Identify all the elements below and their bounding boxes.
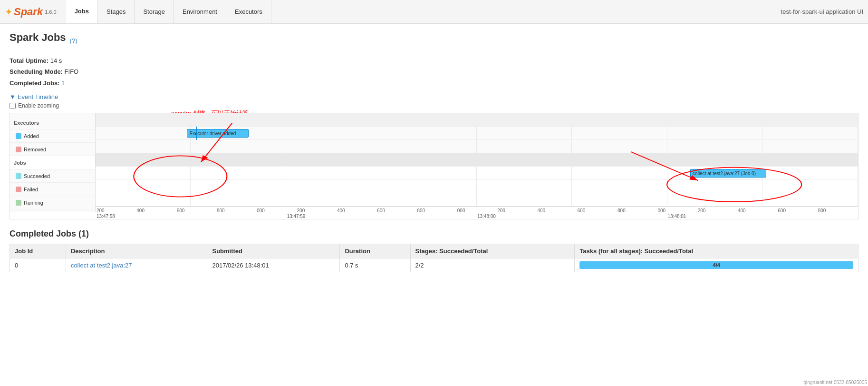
description-cell: collect at test2.java:27 [66,258,207,272]
tab-executors[interactable]: Executors [226,0,271,23]
submitted-cell: 2017/02/26 13:48:01 [207,258,340,272]
tasks-progress-bar: 4/4 [579,261,853,269]
col-description: Description [66,244,207,258]
tick-200c: 200 [497,208,537,213]
main-content: Spark Jobs (?) Total Uptime: 14 s Schedu… [0,24,868,280]
app-title: test-for-spark-ui application UI [781,8,863,15]
nav-tabs: Jobs Stages Storage Environment Executor… [66,0,271,23]
jobs-table: Job Id Description Submitted Duration St… [10,244,858,272]
completed-jobs-section: Completed Jobs (1) Job Id Description Su… [10,229,858,272]
time-label-3: 13:48:01 [668,214,858,219]
timeline-label: Event Timeline [18,93,58,100]
chart-row-added: Executor driver added [96,127,858,140]
logo-area: ✦ Spark 1.6.0 [5,6,57,18]
job-description-link[interactable]: collect at test2.java:27 [71,262,132,269]
timeline-labels: Executors Added Removed Jobs Succeeded [10,113,96,212]
added-label: Added [24,133,39,139]
spark-version: 1.6.0 [45,9,56,15]
tick-400: 400 [136,208,176,213]
added-legend: Added [10,129,95,143]
chart-row-exec-header [96,113,858,127]
spark-flame-icon: ✦ [5,6,13,18]
zoom-label: Enable zooming [18,102,59,109]
col-duration: Duration [340,244,410,258]
col-submitted: Submitted [207,244,340,258]
failed-label: Failed [24,187,38,192]
scheduling-mode-value: FIFO [65,68,79,75]
help-link[interactable]: (?) [70,37,77,44]
completed-jobs-row: Completed Jobs: 1 [10,78,858,89]
time-label-1: 13:47:59 [287,214,478,219]
info-section: Total Uptime: 14 s Scheduling Mode: FIFO… [10,55,858,89]
tick-600b: 600 [377,208,417,213]
page-title: Spark Jobs [10,31,66,44]
timeline-chart: Executor driver added collect at test2.j… [96,113,858,219]
tick-000b: 000 [257,208,297,213]
tab-storage[interactable]: Storage [135,0,174,23]
scheduling-mode-label: Scheduling Mode: [10,68,63,75]
total-uptime-label: Total Uptime: [10,57,48,64]
job-collect-bar[interactable]: collect at test2.java:27 (Job 0) [690,169,766,178]
tick-600d: 600 [778,208,818,213]
tab-environment[interactable]: Environment [174,0,226,23]
succeeded-legend-box [16,173,21,179]
zoom-checkbox-row: Enable zooming [10,102,858,109]
failed-legend: Failed [10,183,95,196]
tab-jobs[interactable]: Jobs [66,0,98,23]
running-legend-box [16,200,21,206]
top-navigation: ✦ Spark 1.6.0 Jobs Stages Storage Enviro… [0,0,868,24]
col-stages: Stages: Succeeded/Total [410,244,575,258]
scheduling-mode-row: Scheduling Mode: FIFO [10,66,858,77]
tick-600: 600 [177,208,217,213]
chart-row-failed [96,180,858,193]
time-label-2: 13:48:00 [477,214,668,219]
running-label: Running [24,200,43,206]
tick-600c: 600 [578,208,617,213]
timeline-area: Executors Added Removed Jobs Succeeded [10,113,858,219]
removed-label: Removed [24,147,46,152]
xaxis-ticks: 200 400 600 800 000 200 400 600 800 000 … [96,207,858,213]
failed-legend-box [16,187,21,192]
tick-800d: 800 [818,208,858,213]
succeeded-legend: Succeeded [10,169,95,183]
tick-800c: 800 [617,208,657,213]
succeeded-label: Succeeded [24,173,50,179]
xaxis-time-labels: 13:47:58 13:47:59 13:48:00 13:48:01 [96,214,858,219]
timeline-wrapper: excutor 创建，可以开始计算 Action算子触发job Executor… [10,113,858,219]
tick-800b: 800 [417,208,457,213]
running-legend: Running [10,196,95,209]
table-header-row: Job Id Description Submitted Duration St… [10,244,858,258]
col-job-id: Job Id [10,244,66,258]
tab-stages[interactable]: Stages [98,0,135,23]
tick-400c: 400 [537,208,577,213]
table-row: 0 collect at test2.java:27 2017/02/26 13… [10,258,858,272]
tick-000d: 000 [657,208,697,213]
job-id-cell: 0 [10,258,66,272]
chart-row-jobs-header [96,153,858,167]
completed-jobs-section-title: Completed Jobs (1) [10,229,858,239]
total-uptime-value: 14 s [50,57,62,64]
tick-400b: 400 [337,208,377,213]
tick-200d: 200 [698,208,738,213]
toggle-arrow-icon: ▼ [10,93,16,100]
timeline-toggle[interactable]: ▼ Event Timeline [10,93,858,100]
duration-cell: 0.7 s [340,258,410,272]
tick-200: 200 [96,208,136,213]
tasks-cell: 4/4 [575,258,858,272]
chart-row-running [96,193,858,207]
total-uptime-row: Total Uptime: 14 s [10,55,858,66]
col-tasks: Tasks (for all stages): Succeeded/Total [575,244,858,258]
time-label-0: 13:47:58 [96,214,287,219]
chart-row-removed [96,140,858,153]
removed-legend: Removed [10,143,95,156]
tasks-progress-label: 4/4 [579,261,853,269]
stages-cell: 2/2 [410,258,575,272]
tick-200b: 200 [297,208,337,213]
spark-logo: Spark [14,6,43,18]
removed-legend-box [16,147,21,152]
executors-section-title: Executors [10,119,43,127]
chart-row-succeeded: collect at test2.java:27 (Job 0) [96,167,858,180]
zoom-checkbox[interactable] [10,103,16,109]
tick-800: 800 [217,208,257,213]
completed-jobs-link[interactable]: 1 [61,79,65,87]
